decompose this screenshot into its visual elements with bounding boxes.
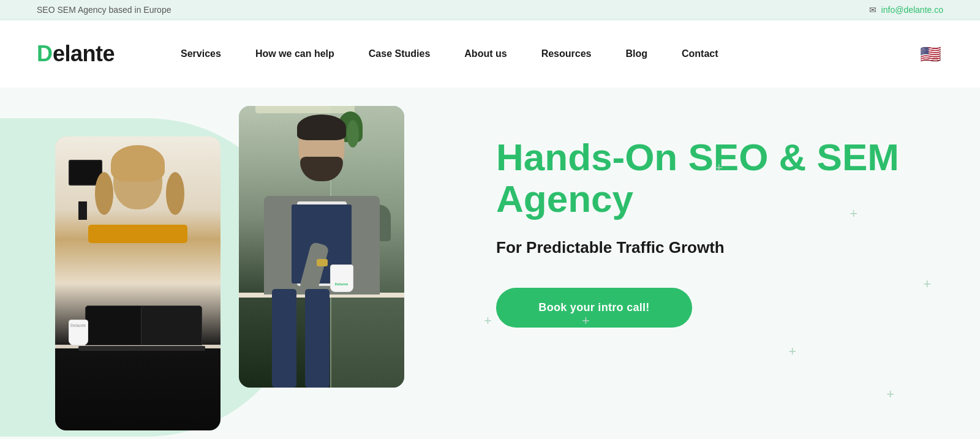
logo[interactable]: Delante: [37, 41, 115, 67]
decorative-plus-3: +: [923, 277, 931, 291]
email-icon: ✉: [869, 5, 876, 15]
cta-button[interactable]: Book your intro call!: [496, 288, 692, 328]
logo-d: D: [37, 41, 53, 67]
hero-section: Delante: [0, 88, 980, 439]
decorative-plus-7: +: [582, 314, 590, 328]
hero-image-right: Delante: [239, 106, 404, 388]
nav-how-we-can-help[interactable]: How we can help: [238, 20, 352, 88]
hero-content: + + + + + + + Hands-On SEO & SEM Agency …: [459, 88, 980, 364]
nav-resources[interactable]: Resources: [524, 20, 609, 88]
logo-text: elante: [53, 41, 115, 67]
nav-about-us[interactable]: About us: [447, 20, 524, 88]
decorative-plus-6: +: [484, 314, 492, 328]
header: Delante Services How we can help Case St…: [0, 20, 980, 88]
top-bar: SEO SEM Agency based in Europe ✉ info@de…: [0, 0, 980, 20]
nav-case-studies[interactable]: Case Studies: [352, 20, 447, 88]
decorative-plus-5: +: [886, 388, 894, 401]
hero-images: Delante: [0, 88, 459, 439]
main-nav: Services How we can help Case Studies Ab…: [164, 20, 918, 88]
hero-image-left: Delante: [55, 137, 221, 430]
email-link[interactable]: info@delante.co: [881, 5, 943, 15]
nav-contact[interactable]: Contact: [665, 20, 736, 88]
decorative-plus-4: +: [788, 345, 796, 358]
language-flag[interactable]: 🇺🇸: [918, 41, 943, 67]
hero-title: Hands-On SEO & SEM Agency: [496, 137, 931, 220]
nav-blog[interactable]: Blog: [608, 20, 665, 88]
decorative-plus-1: +: [715, 161, 723, 174]
nav-services[interactable]: Services: [164, 20, 238, 88]
tagline: SEO SEM Agency based in Europe: [37, 5, 171, 15]
contact-info: ✉ info@delante.co: [869, 5, 943, 15]
decorative-plus-2: +: [850, 207, 858, 220]
hero-subtitle: For Predictable Traffic Growth: [496, 238, 931, 257]
